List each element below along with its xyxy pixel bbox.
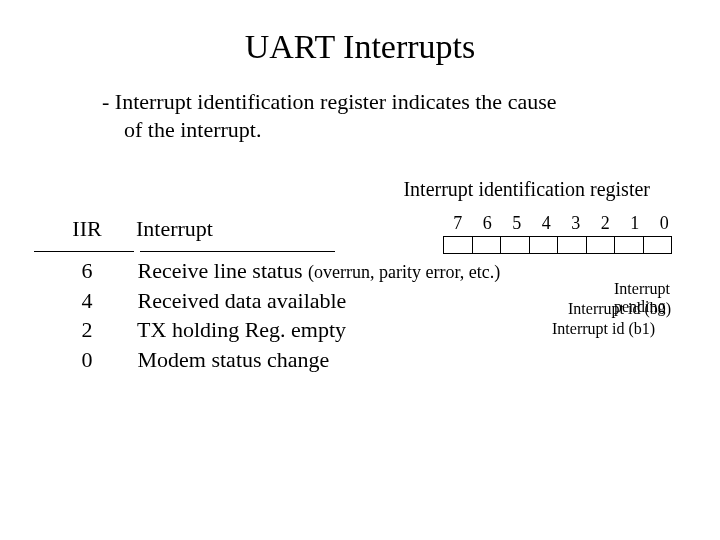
iir-name: TX holding Reg. empty <box>137 317 346 342</box>
iir-code: 2 <box>42 315 132 345</box>
bit-cell <box>444 237 473 254</box>
iir-name: Received data available <box>138 288 347 313</box>
bit-boxes <box>443 236 672 254</box>
bit-label: 0 <box>650 213 680 234</box>
bit-diagram: 76543210 <box>443 213 679 254</box>
iir-table-header: IIR Interrupt <box>42 216 213 242</box>
table-row: 4 Received data available <box>42 286 500 316</box>
desc-line-2: of the interrupt. <box>102 116 642 144</box>
annotation-b1: Interrupt id (b1) <box>552 320 655 338</box>
iir-note: (overrun, parity error, etc.) <box>308 262 500 282</box>
annotation-b0: Interrupt id (b0) <box>568 300 671 318</box>
bit-label: 2 <box>591 213 621 234</box>
bit-cell <box>615 237 644 254</box>
bit-cell <box>586 237 615 254</box>
underline-interrupt <box>140 251 335 252</box>
bit-cell <box>558 237 587 254</box>
underline-iir <box>34 251 134 252</box>
iir-code: 0 <box>42 345 132 375</box>
iir-name: Modem status change <box>138 347 330 372</box>
slide: UART Interrupts - Interrupt identificati… <box>0 0 720 540</box>
table-row: 0 Modem status change <box>42 345 500 375</box>
bit-label: 6 <box>473 213 503 234</box>
bit-label: 5 <box>502 213 532 234</box>
bit-cell <box>501 237 530 254</box>
register-caption: Interrupt identification register <box>403 178 650 201</box>
table-row: 6 Receive line status (overrun, parity e… <box>42 256 500 286</box>
bit-cell <box>643 237 672 254</box>
table-row: 2 TX holding Reg. empty <box>42 315 500 345</box>
iir-name: Receive line status <box>138 258 308 283</box>
bit-numbers: 76543210 <box>443 213 679 234</box>
bit-cell <box>529 237 558 254</box>
bit-label: 4 <box>532 213 562 234</box>
description: - Interrupt identification register indi… <box>102 88 642 143</box>
iir-code: 6 <box>42 256 132 286</box>
col-head-iir: IIR <box>42 216 132 242</box>
bit-label: 3 <box>561 213 591 234</box>
bit-label: 7 <box>443 213 473 234</box>
bit-cell <box>472 237 501 254</box>
bit-label: 1 <box>620 213 650 234</box>
iir-code: 4 <box>42 286 132 316</box>
iir-table-body: 6 Receive line status (overrun, parity e… <box>42 256 500 375</box>
desc-line-1: - Interrupt identification register indi… <box>102 89 556 114</box>
slide-title: UART Interrupts <box>0 28 720 66</box>
col-head-interrupt: Interrupt <box>136 216 213 242</box>
